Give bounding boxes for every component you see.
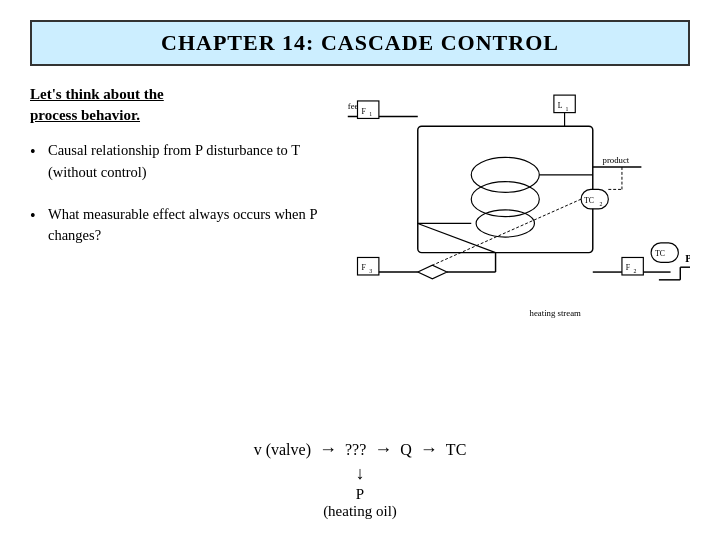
valve-label: v (valve) [254,441,311,459]
content-area: Let's think about the process behavior. … [30,84,690,328]
p-heating-label: P (heating oil) [323,486,397,520]
svg-text:2: 2 [634,268,637,274]
process-diagram: feed F 1 L 1 [340,84,690,324]
svg-text:F: F [626,263,631,272]
bullet-list: Causal relationship from P disturbance t… [30,140,330,247]
q-label: Q [400,441,412,459]
svg-text:2: 2 [600,201,603,207]
bullet-item-2: What measurable effect always occurs whe… [30,204,330,248]
svg-text:P: P [685,252,690,264]
right-panel: feed F 1 L 1 [340,84,690,328]
svg-text:heating stream: heating stream [530,308,581,318]
svg-text:TC: TC [584,196,594,205]
left-panel: Let's think about the process behavior. … [30,84,330,328]
svg-text:1: 1 [566,106,569,112]
svg-text:TC: TC [655,250,665,259]
equation-row: v (valve) → ??? → Q → TC [30,439,690,460]
bullet-item-1: Causal relationship from P disturbance t… [30,140,330,184]
arrow-2: → [374,439,392,460]
equation-area: v (valve) → ??? → Q → TC ↓ P (heating oi… [30,439,690,520]
svg-marker-26 [418,265,447,279]
arrow-3: → [420,439,438,460]
slide-container: CHAPTER 14: CASCADE CONTROL Let's think … [0,0,720,540]
tc-label: TC [446,441,466,459]
svg-text:1: 1 [369,112,372,118]
q-question-label: ??? [345,441,366,459]
down-arrow: ↓ [356,464,365,482]
svg-text:F: F [361,107,366,116]
svg-text:3: 3 [369,268,372,274]
chapter-title: CHAPTER 14: CASCADE CONTROL [30,20,690,66]
svg-text:F: F [361,263,366,272]
svg-text:product: product [603,155,630,165]
arrow-1: → [319,439,337,460]
intro-text: Let's think about the process behavior. [30,84,330,126]
svg-text:L: L [558,101,563,110]
